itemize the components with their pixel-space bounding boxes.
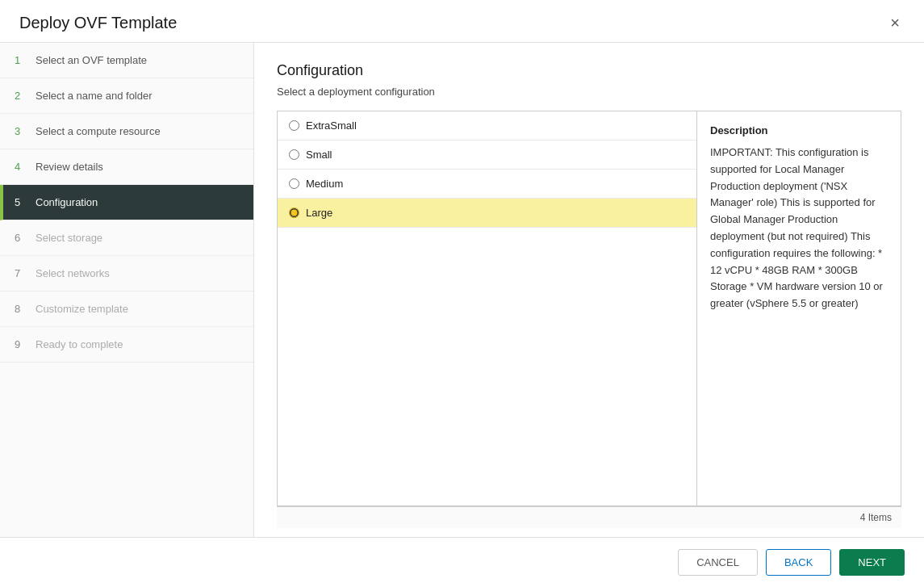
step-label-step2: Select a name and folder [36, 90, 153, 102]
description-text: IMPORTANT: This configuration is support… [710, 145, 888, 312]
deploy-ovf-modal: Deploy OVF Template × 1Select an OVF tem… [0, 0, 924, 587]
radio-opt4[interactable] [289, 208, 299, 218]
sidebar-item-step7: 7Select networks [0, 256, 253, 291]
items-count: 4 Items [277, 506, 901, 528]
step-label-step9: Ready to complete [36, 338, 123, 350]
step-label-step5: Configuration [36, 196, 98, 208]
step-number-step6: 6 [15, 232, 27, 244]
config-label-opt4: Large [306, 207, 332, 219]
config-label-opt3: Medium [306, 178, 343, 190]
modal-footer: CANCEL BACK NEXT [0, 537, 924, 587]
step-number-step8: 8 [15, 303, 27, 315]
config-table: ExtraSmallSmallMediumLarge Description I… [277, 111, 901, 506]
step-label-step6: Select storage [36, 232, 102, 244]
radio-opt1[interactable] [289, 120, 299, 131]
config-label-opt1: ExtraSmall [306, 119, 357, 132]
radio-opt2[interactable] [289, 149, 299, 160]
config-option-opt3[interactable]: Medium [278, 170, 696, 199]
step-number-step1: 1 [15, 54, 27, 66]
description-panel: Description IMPORTANT: This configuratio… [697, 111, 901, 505]
sidebar-item-step3[interactable]: 3Select a compute resource [0, 114, 253, 149]
step-label-step7: Select networks [36, 267, 110, 279]
step-label-step1: Select an OVF template [36, 54, 147, 66]
sidebar: 1Select an OVF template2Select a name an… [0, 43, 254, 537]
step-label-step4: Review details [36, 161, 103, 173]
content-subtitle: Select a deployment configuration [277, 86, 901, 98]
sidebar-item-step8: 8Customize template [0, 291, 253, 327]
sidebar-item-step9: 9Ready to complete [0, 327, 253, 363]
config-option-opt4[interactable]: Large [278, 199, 696, 228]
modal-header: Deploy OVF Template × [0, 0, 924, 43]
close-button[interactable]: × [885, 13, 905, 32]
modal-body: 1Select an OVF template2Select a name an… [0, 43, 924, 537]
sidebar-item-step6: 6Select storage [0, 220, 253, 256]
modal-title: Deploy OVF Template [19, 14, 177, 32]
step-number-step9: 9 [15, 338, 27, 350]
radio-opt3[interactable] [289, 178, 299, 189]
sidebar-item-step1[interactable]: 1Select an OVF template [0, 43, 253, 78]
config-option-opt1[interactable]: ExtraSmall [278, 111, 696, 140]
cancel-button[interactable]: CANCEL [678, 549, 758, 576]
config-label-opt2: Small [306, 149, 332, 161]
config-options-list: ExtraSmallSmallMediumLarge [278, 111, 697, 505]
back-button[interactable]: BACK [766, 549, 831, 576]
sidebar-item-step4[interactable]: 4Review details [0, 149, 253, 185]
description-heading: Description [710, 124, 888, 136]
sidebar-item-step2[interactable]: 2Select a name and folder [0, 78, 253, 114]
step-number-step5: 5 [15, 196, 27, 208]
step-number-step7: 7 [15, 267, 27, 279]
sidebar-item-step5[interactable]: 5Configuration [0, 185, 253, 220]
step-number-step3: 3 [15, 125, 27, 137]
step-label-step8: Customize template [36, 303, 128, 315]
content-title: Configuration [277, 62, 901, 79]
step-number-step2: 2 [15, 90, 27, 102]
next-button[interactable]: NEXT [839, 549, 905, 576]
config-option-opt2[interactable]: Small [278, 140, 696, 170]
step-number-step4: 4 [15, 161, 27, 173]
step-label-step3: Select a compute resource [36, 125, 161, 137]
content-area: Configuration Select a deployment config… [254, 43, 924, 537]
